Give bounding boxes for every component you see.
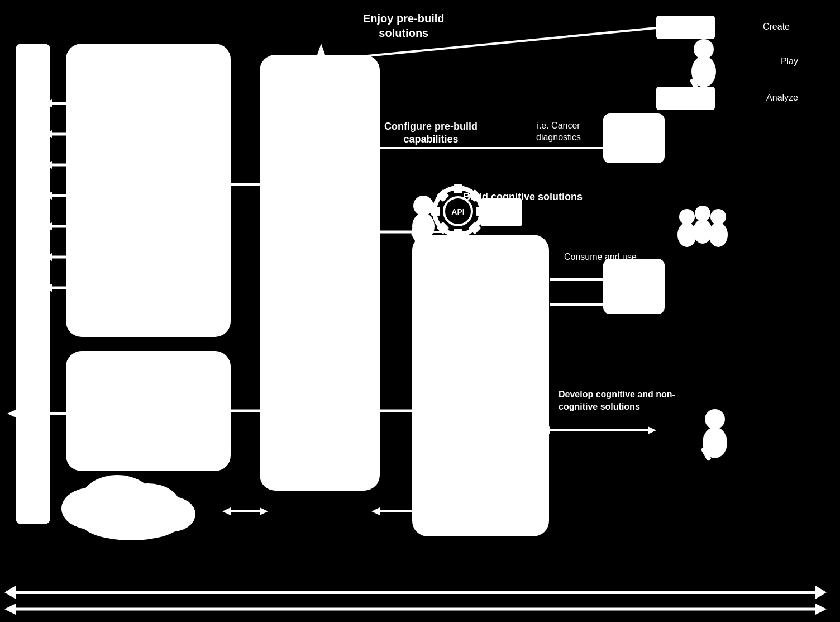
svg-rect-4	[412, 235, 549, 536]
diagram-svg: API	[0, 0, 840, 622]
label-consume-use: Consume and use	[564, 251, 637, 263]
svg-point-84	[705, 409, 725, 429]
label-develop-cognitive: Develop cognitive and non-cognitive solu…	[559, 388, 675, 414]
svg-point-91	[710, 209, 726, 225]
label-create-left: Create	[75, 407, 107, 420]
svg-rect-3	[260, 55, 380, 491]
svg-rect-1	[66, 44, 231, 337]
svg-point-89	[695, 206, 710, 221]
label-build-cognitive: Build cognitive solutions	[463, 191, 583, 203]
svg-marker-76	[4, 586, 16, 599]
svg-point-87	[679, 209, 695, 225]
svg-marker-65	[648, 426, 656, 434]
svg-marker-80	[815, 604, 827, 615]
svg-rect-95	[454, 184, 462, 193]
svg-marker-53	[317, 44, 325, 55]
svg-point-9	[81, 505, 182, 540]
label-enjoy-prebuild: Enjoy pre-buildsolutions	[363, 11, 445, 40]
label-analyze: Analyze	[766, 92, 798, 104]
svg-rect-96	[454, 229, 462, 238]
svg-rect-14	[603, 123, 665, 163]
label-cancer-diagnostics: i.e. Cancerdiagnostics	[536, 120, 581, 144]
label-play: Play	[781, 56, 798, 68]
svg-marker-77	[815, 586, 827, 599]
svg-point-104	[413, 196, 433, 216]
label-configure-prebuild: Configure pre-buildcapabilities	[384, 120, 478, 146]
svg-text:API: API	[451, 207, 464, 216]
svg-marker-73	[371, 507, 380, 515]
svg-marker-71	[260, 507, 268, 515]
diagram-container: API Enjoy pre-buildsolutions Create Play…	[0, 0, 840, 622]
svg-rect-0	[16, 44, 50, 524]
label-create-right: Create	[763, 21, 790, 33]
svg-rect-18	[603, 279, 665, 314]
svg-rect-10	[656, 16, 715, 39]
svg-point-92	[709, 222, 728, 247]
svg-rect-11	[656, 87, 715, 110]
svg-marker-70	[222, 507, 231, 515]
svg-marker-79	[4, 604, 16, 615]
svg-marker-67	[7, 410, 16, 417]
